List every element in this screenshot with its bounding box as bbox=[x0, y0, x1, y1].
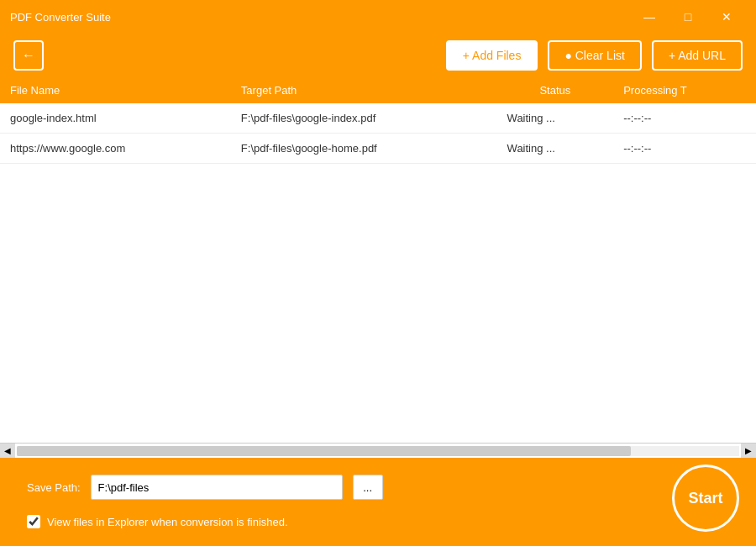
toolbar: ← + Add Files ● Clear List + Add URL bbox=[0, 34, 756, 77]
cell-status: Waiting ... bbox=[497, 134, 614, 164]
app-title: PDF Converter Suite bbox=[10, 11, 111, 24]
clear-list-button[interactable]: ● Clear List bbox=[548, 40, 641, 71]
browse-button[interactable]: ... bbox=[353, 475, 383, 500]
title-controls: — □ ✕ bbox=[630, 0, 746, 34]
col-header-target: Target Path bbox=[231, 77, 497, 103]
cell-target-path: F:\pdf-files\google-home.pdf bbox=[231, 134, 497, 164]
file-table-wrapper: File Name Target Path Status Processing … bbox=[0, 77, 756, 443]
add-url-label: + Add URL bbox=[669, 49, 726, 62]
table-row: https://www.google.com F:\pdf-files\goog… bbox=[0, 134, 756, 164]
add-files-button[interactable]: + Add Files bbox=[446, 40, 538, 71]
save-path-label: Save Path: bbox=[27, 481, 81, 494]
add-files-label: + Add Files bbox=[463, 49, 522, 62]
col-header-processing: Processing T bbox=[613, 77, 756, 103]
cell-processing: --:--:-- bbox=[613, 134, 756, 164]
back-icon: ← bbox=[22, 48, 35, 63]
close-button[interactable]: ✕ bbox=[707, 0, 746, 34]
checkbox-row: View files in Explorer when conversion i… bbox=[13, 515, 743, 537]
scroll-right-button[interactable]: ▶ bbox=[741, 444, 756, 459]
scroll-left-button[interactable]: ◀ bbox=[0, 444, 15, 459]
minimize-button[interactable]: — bbox=[630, 0, 669, 34]
add-url-button[interactable]: + Add URL bbox=[652, 40, 743, 71]
cell-processing: --:--:-- bbox=[613, 103, 756, 134]
bottom-section: Save Path: ... View files in Explorer wh… bbox=[0, 458, 756, 545]
cell-filename: google-index.html bbox=[0, 103, 231, 134]
view-explorer-label: View files in Explorer when conversion i… bbox=[47, 516, 288, 528]
view-explorer-checkbox[interactable] bbox=[27, 515, 40, 528]
table-header-row: File Name Target Path Status Processing … bbox=[0, 77, 756, 103]
scrollbar-thumb bbox=[17, 446, 631, 456]
start-button[interactable]: Start bbox=[672, 465, 739, 532]
back-button[interactable]: ← bbox=[13, 40, 44, 71]
table-row: google-index.html F:\pdf-files\google-in… bbox=[0, 103, 756, 134]
save-path-input[interactable] bbox=[91, 475, 343, 500]
cell-status: Waiting ... bbox=[497, 103, 614, 134]
horizontal-scrollbar[interactable]: ◀ ▶ bbox=[0, 443, 756, 458]
cell-filename: https://www.google.com bbox=[0, 134, 231, 164]
file-table: File Name Target Path Status Processing … bbox=[0, 77, 756, 164]
save-path-bar: Save Path: ... bbox=[13, 466, 743, 508]
maximize-button[interactable]: □ bbox=[669, 0, 707, 34]
col-header-filename: File Name bbox=[0, 77, 231, 103]
cell-target-path: F:\pdf-files\google-index.pdf bbox=[231, 103, 497, 134]
title-bar: PDF Converter Suite — □ ✕ bbox=[0, 0, 756, 34]
clear-list-label: ● Clear List bbox=[564, 49, 624, 62]
scrollbar-track[interactable] bbox=[17, 446, 739, 456]
col-header-status: Status bbox=[497, 77, 614, 103]
